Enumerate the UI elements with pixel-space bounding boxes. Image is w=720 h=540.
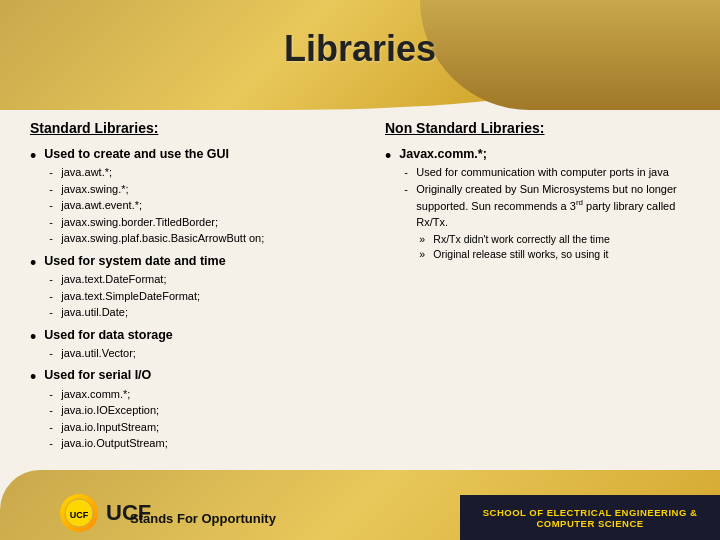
bullet-icon: •: [30, 147, 36, 165]
bullet-content: Used for system date and time -java.text…: [44, 253, 345, 321]
sub-sub-bullet-icon: »: [419, 247, 429, 262]
sub-item-text: java.text.DateFormat;: [61, 271, 166, 288]
dash-icon: -: [49, 402, 57, 419]
sub-sub-item: » Rx/Tx didn't work correctly all the ti…: [419, 232, 700, 247]
sub-sub-bullet-icon: »: [419, 232, 429, 247]
bullet-main-text: Used for data storage: [44, 327, 345, 343]
standard-libraries-header: Standard Libraries:: [30, 120, 345, 136]
list-item: • Javax.comm.*; - Used for communication…: [385, 146, 700, 261]
left-panel: Standard Libraries: • Used to create and…: [0, 105, 365, 470]
dash-icon: -: [49, 214, 57, 231]
list-item: • Used for system date and time -java.te…: [30, 253, 345, 321]
non-standard-libraries-header: Non Standard Libraries:: [385, 120, 700, 136]
footer-dark-bar: SCHOOL OF ELECTRICAL ENGINEERING & COMPU…: [460, 495, 720, 540]
sub-sub-text: Original release still works, so using i…: [433, 247, 608, 262]
bullet-main-text: Used for serial I/O: [44, 367, 345, 383]
sub-item: -java.text.SimpleDateFormat;: [49, 288, 345, 305]
right-panel: Non Standard Libraries: • Javax.comm.*; …: [365, 105, 720, 470]
dash-icon: -: [49, 197, 57, 214]
ucf-logo-icon: UCF: [64, 498, 94, 528]
sub-item: - Used for communication with computer p…: [404, 164, 700, 181]
page-title: Libraries: [284, 28, 436, 70]
dash-icon: -: [49, 164, 57, 181]
sub-item: -java.io.IOException;: [49, 402, 345, 419]
sub-item: -java.util.Date;: [49, 304, 345, 321]
sub-list: -java.text.DateFormat; -java.text.Simple…: [49, 271, 345, 321]
list-item: • Used for serial I/O -javax.comm.*; -ja…: [30, 367, 345, 451]
sub-item: -javax.swing.border.TitledBorder;: [49, 214, 345, 231]
sub-sub-text: Rx/Tx didn't work correctly all the time: [433, 232, 609, 247]
sub-item-text: java.text.SimpleDateFormat;: [61, 288, 200, 305]
sub-item: - Originally created by Sun Microsystems…: [404, 181, 700, 231]
dash-icon: -: [49, 386, 57, 403]
sub-item-text: javax.swing.border.TitledBorder;: [61, 214, 218, 231]
bullet-main-text: Used to create and use the GUI: [44, 146, 345, 162]
sub-item: -javax.swing.plaf.basic.BasicArrowButt o…: [49, 230, 345, 247]
sub-item-text: java.io.IOException;: [61, 402, 159, 419]
bullet-icon: •: [30, 254, 36, 272]
dash-icon: -: [49, 181, 57, 198]
sub-item-text: java.awt.*;: [61, 164, 112, 181]
dash-icon: -: [49, 288, 57, 305]
bullet-main-text: Used for system date and time: [44, 253, 345, 269]
bullet-icon: •: [30, 368, 36, 386]
sub-item: -java.io.InputStream;: [49, 419, 345, 436]
dash-icon: -: [49, 230, 57, 247]
main-content: Standard Libraries: • Used to create and…: [0, 105, 720, 470]
sub-item-text: Originally created by Sun Microsystems b…: [416, 181, 700, 231]
svg-text:UCF: UCF: [70, 510, 89, 520]
bullet-main-text: Javax.comm.*;: [399, 146, 700, 162]
sub-item-text: javax.comm.*;: [61, 386, 130, 403]
sub-list: -java.awt.*; -javax.swing.*; -java.awt.e…: [49, 164, 345, 247]
dash-icon: -: [404, 181, 412, 231]
bullet-icon: •: [30, 328, 36, 346]
sub-list: - Used for communication with computer p…: [404, 164, 700, 261]
sub-list: -javax.comm.*; -java.io.IOException; -ja…: [49, 386, 345, 452]
bullet-content: Used for data storage -java.util.Vector;: [44, 327, 345, 362]
sub-item: -java.text.DateFormat;: [49, 271, 345, 288]
sub-list: -java.util.Vector;: [49, 345, 345, 362]
sub-item: -javax.swing.*;: [49, 181, 345, 198]
sub-item-text: java.io.OutputStream;: [61, 435, 167, 452]
bullet-icon: •: [385, 147, 391, 165]
sub-item-text: java.awt.event.*;: [61, 197, 142, 214]
list-item: • Used to create and use the GUI -java.a…: [30, 146, 345, 247]
dash-icon: -: [49, 304, 57, 321]
sub-item: -javax.comm.*;: [49, 386, 345, 403]
sub-item-text: java.io.InputStream;: [61, 419, 159, 436]
sub-item: -java.awt.event.*;: [49, 197, 345, 214]
dash-icon: -: [49, 271, 57, 288]
sub-item-text: java.util.Vector;: [61, 345, 136, 362]
sub-item: -java.util.Vector;: [49, 345, 345, 362]
dash-icon: -: [49, 419, 57, 436]
bullet-content: Javax.comm.*; - Used for communication w…: [399, 146, 700, 261]
footer-tagline: Stands For Opportunity: [130, 511, 276, 526]
bullet-content: Used for serial I/O -javax.comm.*; -java…: [44, 367, 345, 451]
sub-item-text: Used for communication with computer por…: [416, 164, 669, 181]
dash-icon: -: [404, 164, 412, 181]
bullet-content: Used to create and use the GUI -java.awt…: [44, 146, 345, 247]
sub-item: -java.io.OutputStream;: [49, 435, 345, 452]
dash-icon: -: [49, 435, 57, 452]
sub-sub-item: » Original release still works, so using…: [419, 247, 700, 262]
sub-item-text: javax.swing.plaf.basic.BasicArrowButt on…: [61, 230, 264, 247]
sub-item-text: javax.swing.*;: [61, 181, 128, 198]
ucf-logo-circle: UCF: [60, 494, 98, 532]
list-item: • Used for data storage -java.util.Vecto…: [30, 327, 345, 362]
dash-icon: -: [49, 345, 57, 362]
sub-item: -java.awt.*;: [49, 164, 345, 181]
school-name-text: SCHOOL OF ELECTRICAL ENGINEERING & COMPU…: [460, 507, 720, 529]
sub-sub-list: » Rx/Tx didn't work correctly all the ti…: [419, 232, 700, 261]
sub-item-text: java.util.Date;: [61, 304, 128, 321]
